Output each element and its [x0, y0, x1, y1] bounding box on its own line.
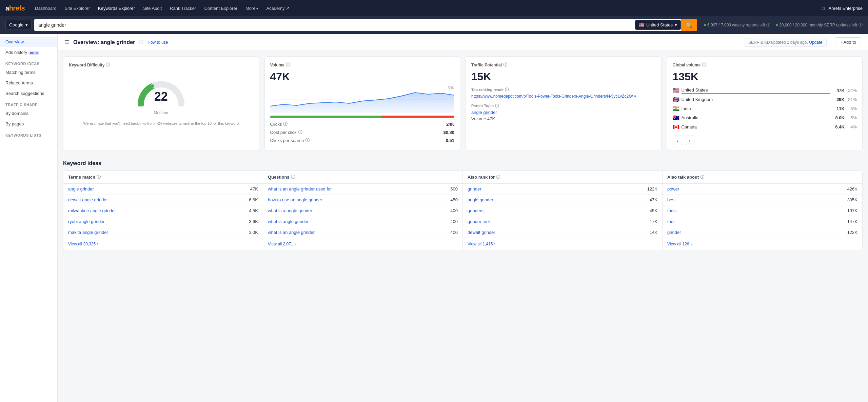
- quota2-info[interactable]: ⓘ: [859, 22, 863, 28]
- top-navigation: ahrefs Dashboard Site Explorer Keywords …: [0, 0, 868, 16]
- ideas-row: grinder 122K: [663, 227, 862, 238]
- ideas-link-3-2[interactable]: tools: [667, 208, 676, 213]
- ideas-link-0-4[interactable]: makita angle grinder: [68, 230, 108, 235]
- header-info-icon[interactable]: ⓘ: [139, 39, 143, 45]
- volume-chart: 59K: [270, 86, 455, 113]
- ideas-link-0-1[interactable]: dewalt angle grinder: [68, 197, 108, 202]
- kd-value: 22: [154, 89, 168, 104]
- view-all-arrow: ›: [295, 242, 296, 246]
- tp-top-result-url[interactable]: https://www.homedepot.com/b/Tools-Power-…: [471, 94, 656, 99]
- global-nav-prev[interactable]: ‹: [673, 136, 682, 145]
- svg-point-0: [151, 84, 154, 88]
- ideas-vol-1-3: 400: [450, 219, 458, 224]
- ideas-link-2-0[interactable]: grinder: [468, 186, 481, 192]
- tp-parent-link[interactable]: angle grinder: [471, 110, 656, 115]
- ideas-link-1-1[interactable]: how to use an angle grinder: [268, 197, 322, 202]
- nav-site-audit[interactable]: Site Audit: [140, 4, 165, 13]
- volume-card: Volume ⓘ ⋮ 47K 59K: [264, 56, 460, 151]
- ideas-view-all-3[interactable]: View all 126 ›: [663, 238, 862, 250]
- ideas-link-3-0[interactable]: power: [667, 186, 679, 192]
- ideas-link-0-2[interactable]: milwaukee angle grinder: [68, 208, 116, 213]
- menu-icon[interactable]: ☰: [64, 39, 69, 45]
- ideas-vol-0-3: 3.6K: [249, 219, 258, 224]
- sidebar: Overview Ads historyBETA Keyword ideas M…: [0, 34, 58, 402]
- nav-keywords-explorer[interactable]: Keywords Explorer: [95, 4, 138, 13]
- update-link[interactable]: Update: [809, 40, 822, 45]
- col-info-icon[interactable]: ⓘ: [700, 174, 704, 180]
- ideas-link-1-4[interactable]: what is an angle grinder: [268, 230, 315, 235]
- nav-academy[interactable]: Academy ↗: [263, 4, 293, 13]
- logo[interactable]: ahrefs: [5, 4, 25, 12]
- ideas-link-1-0[interactable]: what is an angle grinder used for: [268, 186, 332, 192]
- ideas-row: dewalt grinder 14K: [463, 227, 662, 238]
- add-to-button[interactable]: + Add to: [835, 37, 861, 47]
- country-flag: 🇺🇸: [673, 87, 679, 94]
- sidebar-section-keywords-lists: Keywords lists: [0, 129, 57, 139]
- global-nav-next[interactable]: ›: [685, 136, 694, 145]
- ideas-row: what is an angle grinder 400: [263, 227, 462, 238]
- ads-badge: BETA: [28, 51, 39, 55]
- quota1: 6,997 / 7,000 weekly reports left ⓘ: [704, 22, 770, 28]
- ideas-vol-1-0: 500: [450, 186, 458, 192]
- tp-parent-info[interactable]: ⓘ: [495, 103, 499, 108]
- volume-info-icon[interactable]: ⓘ: [286, 62, 290, 68]
- volume-menu-button[interactable]: ⋮: [446, 62, 454, 69]
- page-title: Overview: angle grinder: [73, 39, 135, 45]
- ideas-link-3-3[interactable]: tool: [667, 219, 674, 224]
- how-to-link[interactable]: How to use: [147, 40, 168, 45]
- account-label[interactable]: Ahrefs Enterprise: [829, 6, 863, 11]
- ideas-row: angle grinder 47K: [63, 184, 263, 195]
- ideas-link-3-1[interactable]: best: [667, 197, 676, 202]
- nav-dashboard[interactable]: Dashboard: [32, 4, 60, 13]
- ideas-row: tool 147K: [663, 216, 862, 227]
- tp-title: Traffic Potential ⓘ: [471, 62, 656, 68]
- ideas-row: dewalt angle grinder 6.6K: [63, 195, 263, 205]
- country-arrow: ▾: [675, 22, 677, 27]
- ideas-link-0-3[interactable]: ryobi angle grinder: [68, 219, 105, 224]
- ideas-link-2-1[interactable]: angle grinder: [468, 197, 493, 202]
- ideas-link-3-4[interactable]: grinder: [667, 230, 681, 235]
- search-button[interactable]: 🔍: [681, 19, 697, 31]
- main-content: ☰ Overview: angle grinder ⓘ How to use S…: [58, 34, 868, 402]
- ideas-link-1-2[interactable]: what is a angle grinder: [268, 208, 312, 213]
- ideas-view-all-0[interactable]: View all 30,325 ›: [63, 238, 263, 250]
- tp-info-icon[interactable]: ⓘ: [503, 62, 507, 68]
- nav-more[interactable]: More: [242, 4, 261, 13]
- country-name[interactable]: United States: [682, 87, 831, 94]
- nav-rank-tracker[interactable]: Rank Tracker: [166, 4, 199, 13]
- tp-top-result-info[interactable]: ⓘ: [505, 87, 509, 92]
- col-info-icon[interactable]: ⓘ: [291, 174, 295, 180]
- nav-content-explorer[interactable]: Content Explorer: [201, 4, 241, 13]
- ideas-link-2-2[interactable]: grinders: [468, 208, 484, 213]
- ideas-view-all-2[interactable]: View all 1,415 ›: [463, 238, 662, 250]
- global-info-icon[interactable]: ⓘ: [702, 62, 706, 68]
- sidebar-section-traffic-share: Traffic share: [0, 99, 57, 108]
- sidebar-item-by-pages[interactable]: By pages: [0, 119, 57, 129]
- nav-site-explorer[interactable]: Site Explorer: [61, 4, 93, 13]
- country-pct: 34%: [847, 88, 857, 93]
- ideas-link-1-3[interactable]: what is angle grinder: [268, 219, 309, 224]
- ideas-col-header-1: Questions ⓘ: [263, 171, 462, 184]
- country-vol: 6.4K: [832, 124, 845, 129]
- cps-info-icon[interactable]: ⓘ: [305, 137, 310, 143]
- col-info-icon[interactable]: ⓘ: [97, 174, 101, 180]
- sidebar-item-search-suggestions[interactable]: Search suggestions: [0, 88, 57, 99]
- ideas-link-2-3[interactable]: grinder tool: [468, 219, 490, 224]
- ideas-link-0-0[interactable]: angle grinder: [68, 186, 94, 192]
- cpc-info-icon[interactable]: ⓘ: [298, 129, 302, 135]
- sidebar-item-ads-history[interactable]: Ads historyBETA: [0, 47, 57, 58]
- quota1-info[interactable]: ⓘ: [766, 22, 770, 28]
- search-input[interactable]: [34, 20, 635, 31]
- ideas-view-all-1[interactable]: View all 2,071 ›: [263, 238, 462, 250]
- sidebar-item-matching-terms[interactable]: Matching terms: [0, 67, 57, 78]
- sidebar-item-by-domains[interactable]: By domains: [0, 108, 57, 119]
- country-select[interactable]: 🇺🇸 United States ▾: [635, 20, 681, 30]
- engine-select[interactable]: Google ▾: [5, 20, 32, 30]
- kd-info-icon[interactable]: ⓘ: [106, 62, 110, 68]
- ideas-col: Questions ⓘ what is an angle grinder use…: [263, 171, 463, 250]
- sidebar-item-related-terms[interactable]: Related terms: [0, 78, 57, 88]
- clicks-info-icon[interactable]: ⓘ: [283, 121, 288, 127]
- sidebar-item-overview[interactable]: Overview: [0, 37, 57, 47]
- ideas-link-2-4[interactable]: dewalt grinder: [468, 230, 495, 235]
- col-info-icon[interactable]: ⓘ: [496, 174, 500, 180]
